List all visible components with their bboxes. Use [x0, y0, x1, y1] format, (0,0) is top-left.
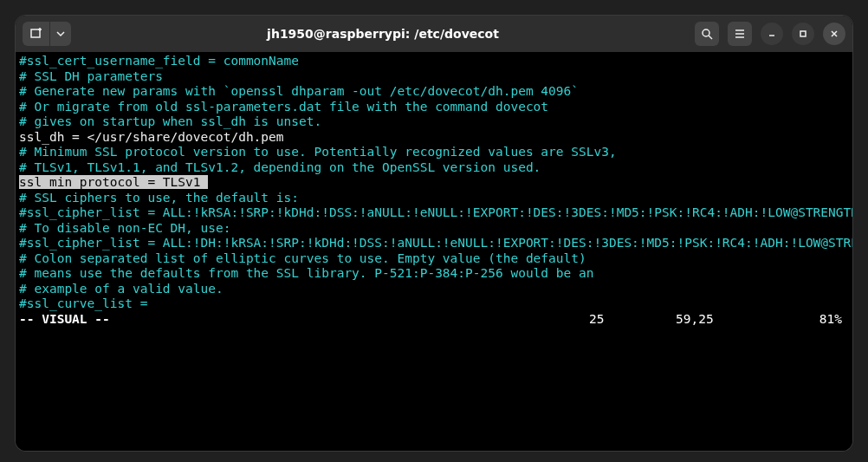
- tab-dropdown-button[interactable]: [50, 22, 71, 46]
- window-controls: [695, 22, 845, 46]
- chevron-down-icon: [56, 29, 65, 38]
- editor-line: # TLSv1, TLSv1.1, and TLSv1.2, depending…: [19, 160, 849, 176]
- editor-line: #ssl_cipher_list = ALL:!kRSA:!SRP:!kDHd:…: [19, 205, 849, 221]
- editor-line: # Or migrate from old ssl-parameters.dat…: [19, 100, 849, 115]
- visual-selection: ssl_min_protocol = TLSv1: [19, 175, 201, 189]
- search-button[interactable]: [695, 22, 719, 46]
- new-tab-button[interactable]: [23, 22, 50, 46]
- editor-line: # SSL DH parameters: [19, 69, 849, 85]
- editor-line: #ssl_curve_list =: [19, 296, 849, 312]
- editor-line: # example of a valid value.: [19, 282, 849, 297]
- editor-line: # gives on startup when ssl_dh is unset.: [19, 114, 849, 130]
- scroll-percent: 81%: [797, 312, 849, 328]
- titlebar: jh1950@raspberrypi: /etc/dovecot: [16, 16, 852, 52]
- terminal-body[interactable]: #ssl_cert_username_field = commonName # …: [16, 52, 852, 451]
- status-spacer: [110, 312, 589, 328]
- tab-controls: [23, 22, 71, 46]
- close-icon: [829, 29, 839, 39]
- menu-button[interactable]: [728, 22, 752, 46]
- maximize-button[interactable]: [792, 23, 814, 45]
- svg-point-1: [703, 29, 709, 36]
- vim-mode: -- VISUAL --: [19, 312, 110, 328]
- cursor-position: 59,25: [676, 312, 797, 328]
- svg-rect-2: [800, 31, 806, 36]
- editor-line: # Minimum SSL protocol version to use. P…: [19, 145, 849, 160]
- minimize-icon: [767, 29, 777, 39]
- vim-status-bar: -- VISUAL -- 25 59,25 81%: [19, 312, 849, 328]
- maximize-icon: [798, 29, 808, 39]
- editor-line: # Colon separated list of elliptic curve…: [19, 251, 849, 267]
- new-tab-icon: [29, 27, 43, 41]
- svg-rect-0: [31, 29, 40, 37]
- close-button[interactable]: [823, 23, 845, 45]
- editor-line: ssl_dh = </usr/share/dovecot/dh.pem: [19, 130, 849, 146]
- editor-line: # Generate new params with `openssl dhpa…: [19, 84, 849, 100]
- editor-line-selected: ssl_min_protocol = TLSv1: [19, 175, 849, 191]
- minimize-button[interactable]: [761, 23, 783, 45]
- status-count: 25: [589, 312, 676, 328]
- editor-line: #ssl_cipher_list = ALL:!DH:!kRSA:!SRP:!k…: [19, 236, 849, 251]
- cursor: [201, 175, 209, 189]
- search-icon: [701, 28, 713, 40]
- terminal-window: jh1950@raspberrypi: /etc/dovecot #ssl_ce…: [16, 16, 852, 451]
- editor-line: # To disable non-EC DH, use:: [19, 221, 849, 237]
- window-title: jh1950@raspberrypi: /etc/dovecot: [76, 27, 690, 41]
- hamburger-icon: [734, 28, 746, 40]
- editor-line: #ssl_cert_username_field = commonName: [19, 54, 849, 69]
- editor-line: # means use the defaults from the SSL li…: [19, 266, 849, 282]
- editor-line: # SSL ciphers to use, the default is:: [19, 191, 849, 206]
